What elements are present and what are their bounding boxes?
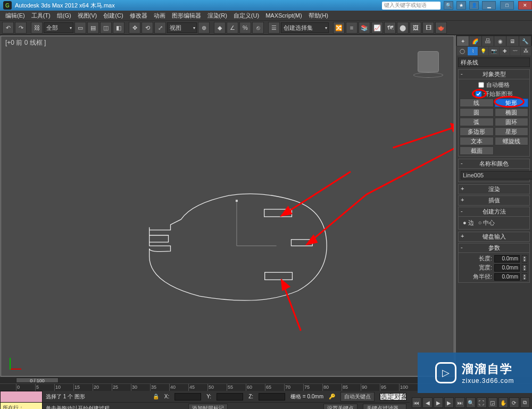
curve-editor-button[interactable]: 📈	[371, 22, 383, 34]
width-input[interactable]	[494, 264, 520, 272]
named-selset-button[interactable]: ☰	[268, 22, 280, 34]
autokey-button[interactable]: 自动关键点	[340, 392, 375, 402]
signin-icon[interactable]: 👤	[469, 1, 479, 10]
tab-display[interactable]: 🖥	[506, 36, 518, 46]
orbit-button[interactable]: ⟳	[509, 397, 519, 408]
menu-customize[interactable]: 自定义(U)	[230, 11, 262, 21]
help-search-input[interactable]: 键入关键字或短语	[382, 2, 440, 10]
pivot-button[interactable]: ⊕	[198, 22, 210, 34]
rollout-object-type[interactable]: -对象类型	[458, 69, 530, 79]
render-button[interactable]: 🫖	[435, 22, 447, 34]
method-edge-radio[interactable]: ● 边	[463, 219, 474, 227]
coord-x-input[interactable]	[174, 393, 201, 400]
rollout-interpolation[interactable]: +插值	[458, 195, 530, 206]
link-button[interactable]: ⛓	[31, 22, 43, 34]
snap-toggle-button[interactable]: ◆	[214, 22, 226, 34]
cat-systems[interactable]: ⁂	[521, 47, 531, 55]
btn-line[interactable]: 线	[460, 99, 494, 107]
script-listener[interactable]: 所在行：	[0, 391, 43, 409]
lock-icon[interactable]: 🔒	[153, 394, 159, 399]
zoom-all-button[interactable]: ⛶	[477, 397, 486, 408]
selection-filter-dropdown[interactable]: 全部	[44, 22, 73, 33]
pan-button[interactable]: ✋	[498, 397, 508, 408]
cat-helpers[interactable]: ✚	[500, 47, 510, 55]
shape-type-dropdown[interactable]: 样条线	[458, 58, 530, 67]
cat-geometry[interactable]: ◯	[457, 47, 467, 55]
align-button[interactable]: ≡	[346, 22, 358, 34]
window-crossing-button[interactable]: ◧	[113, 22, 124, 34]
menu-help[interactable]: 帮助(H)	[305, 11, 331, 21]
menu-group[interactable]: 组(G)	[54, 11, 74, 21]
schematic-view-button[interactable]: 🗺	[384, 22, 396, 34]
redo-button[interactable]: ↷	[15, 22, 27, 34]
select-name-button[interactable]: ▤	[87, 22, 99, 34]
prev-frame-button[interactable]: ◀	[422, 397, 432, 408]
menu-view[interactable]: 视图(V)	[74, 11, 101, 21]
layer-manager-button[interactable]: 📚	[359, 22, 370, 34]
btn-ngon[interactable]: 多边形	[460, 127, 494, 136]
time-slider-handle[interactable]: 0 / 100	[16, 378, 59, 383]
mirror-button[interactable]: 🔀	[333, 22, 345, 34]
btn-arc[interactable]: 弧	[460, 118, 494, 126]
favorites-icon[interactable]: ★	[456, 1, 466, 10]
tab-motion[interactable]: ◉	[494, 36, 506, 46]
rotate-button[interactable]: ⟲	[142, 22, 153, 34]
keyfilter-button[interactable]: 关键点过滤器...	[363, 404, 406, 410]
coord-y-input[interactable]	[217, 393, 243, 400]
menu-rendering[interactable]: 渲染(R)	[204, 11, 230, 21]
render-frame-button[interactable]: 🎞	[422, 22, 434, 34]
material-editor-button[interactable]: ⬤	[397, 22, 409, 34]
length-input[interactable]	[494, 255, 520, 263]
zoom-ext-button[interactable]: ◲	[488, 397, 497, 408]
length-spinner[interactable]: ▲▼	[522, 255, 527, 263]
cat-lights[interactable]: 💡	[478, 47, 488, 55]
select-button[interactable]: ▭	[74, 22, 86, 34]
undo-button[interactable]: ↶	[2, 22, 14, 34]
btn-donut[interactable]: 圆环	[495, 118, 529, 126]
menu-edit[interactable]: 编辑(E)	[2, 11, 28, 21]
rollout-parameters[interactable]: -参数	[458, 243, 530, 253]
cat-spacewarps[interactable]: 〰	[510, 47, 520, 55]
spinner-snap-button[interactable]: ⎋	[252, 22, 264, 34]
rollout-creation-method[interactable]: -创建方法	[458, 207, 530, 217]
cat-cameras[interactable]: 📷	[489, 47, 499, 55]
btn-helix[interactable]: 螺旋线	[495, 137, 529, 145]
btn-star[interactable]: 星形	[495, 127, 529, 136]
tab-modify[interactable]: 🌈	[469, 36, 481, 46]
menu-tools[interactable]: 工具(T)	[28, 11, 54, 21]
named-selset-dropdown[interactable]: 创建选择集	[281, 22, 329, 33]
addtime-button[interactable]: 添加时间标记	[188, 404, 228, 410]
method-center-radio[interactable]: ○ 中心	[478, 219, 495, 227]
object-name-input[interactable]	[461, 171, 532, 179]
goto-end-button[interactable]: ⏭	[455, 397, 464, 408]
maxmin-toggle-button[interactable]: ⧉	[520, 397, 530, 408]
menu-maxscript[interactable]: MAXScript(M)	[262, 11, 305, 20]
key-selset-input[interactable]	[380, 393, 406, 400]
corner-radius-spinner[interactable]: ▲▼	[522, 273, 527, 281]
tab-utilities[interactable]: 🔧	[519, 36, 531, 46]
corner-radius-input[interactable]	[494, 273, 520, 281]
menu-animation[interactable]: 动画	[151, 11, 169, 21]
viewport-front[interactable]: [+0 前 0 线框 ]	[1, 36, 454, 377]
autogrid-checkbox[interactable]	[478, 82, 484, 88]
minimize-button[interactable]: ▁	[482, 1, 496, 10]
menu-grapheditors[interactable]: 图形编辑器	[169, 11, 204, 21]
move-button[interactable]: ✥	[129, 22, 140, 34]
render-setup-button[interactable]: 🖼	[410, 22, 421, 34]
goto-start-button[interactable]: ⏮	[412, 397, 421, 408]
menu-create[interactable]: 创建(C)	[100, 11, 126, 21]
zoom-button[interactable]: 🔍	[466, 397, 476, 408]
btn-text[interactable]: 文本	[460, 137, 494, 145]
btn-ellipse[interactable]: 椭圆	[495, 108, 529, 117]
maximize-button[interactable]: □	[500, 1, 514, 10]
key-icon[interactable]: 🔑	[329, 394, 335, 399]
angle-snap-button[interactable]: ∠	[227, 22, 238, 34]
menu-modifiers[interactable]: 修改器	[127, 11, 151, 21]
close-button[interactable]: ✕	[518, 1, 532, 10]
rollout-keyboard-entry[interactable]: +键盘输入	[458, 232, 530, 242]
btn-section[interactable]: 截面	[460, 146, 494, 155]
scale-button[interactable]: ⤢	[154, 22, 166, 34]
tab-hierarchy[interactable]: 品	[482, 36, 494, 46]
rollout-name-color[interactable]: -名称和颜色	[458, 159, 530, 169]
play-button[interactable]: ▶	[434, 397, 443, 408]
